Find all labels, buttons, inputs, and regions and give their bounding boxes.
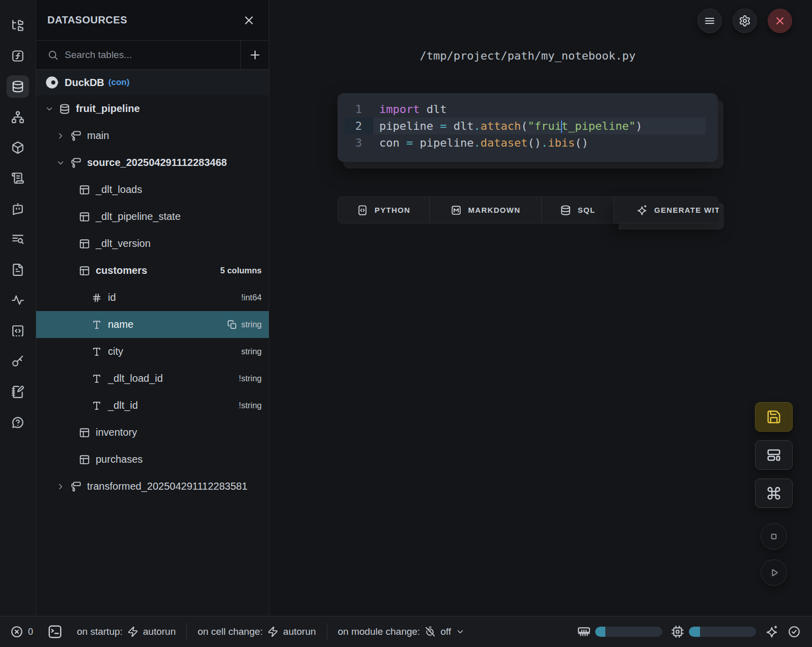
search-icon (47, 49, 59, 61)
save-icon (766, 409, 781, 425)
window-controls (697, 9, 792, 33)
tree-item-customers[interactable]: customers5 columns (36, 257, 269, 284)
chevron-down-icon (56, 158, 65, 167)
database-icon (11, 80, 24, 93)
code-line-3[interactable]: 3con = pipeline.dataset().ibis() (338, 134, 718, 151)
connection-ok-icon[interactable] (788, 625, 801, 638)
tree-item-meta: 5 columns (220, 266, 269, 275)
close-button[interactable] (768, 9, 792, 33)
command-palette-button[interactable] (755, 479, 793, 508)
close-icon[interactable] (242, 14, 256, 27)
cpu-meter (671, 625, 756, 638)
setting-on-startup[interactable]: on startup:autorun (77, 626, 176, 637)
connection-duckdb[interactable]: DuckDB (con) (36, 70, 269, 95)
function-square-icon (11, 49, 24, 63)
table-icon (79, 265, 90, 276)
type-t-icon (91, 373, 102, 384)
tree-item-label: _dlt_load_id (108, 373, 163, 384)
menu-button[interactable] (697, 9, 722, 33)
sidebar-item-file-tree[interactable] (7, 14, 29, 37)
search-row (36, 41, 269, 70)
tree-item-purchases[interactable]: purchases (36, 446, 269, 473)
meter-fill (689, 627, 700, 637)
datasources-panel: DATASOURCES DuckDB (con) fruit_pipelinem… (36, 0, 269, 616)
tree-item-fruit-pipeline[interactable]: fruit_pipeline (36, 95, 269, 122)
code-editor-cell[interactable]: 1import dlt2pipeline = dlt.attach("fruit… (338, 93, 718, 162)
add-sql-cell-button[interactable]: SQL (541, 196, 613, 223)
run-button[interactable] (761, 559, 787, 586)
generate-with-ai-button[interactable]: GENERATE WIT (613, 196, 719, 223)
tree-item-source-202504291112283468[interactable]: source_202504291112283468 (36, 149, 269, 176)
sidebar-item-code-snippet[interactable] (7, 320, 29, 342)
tree-item-name[interactable]: namestring (36, 311, 269, 338)
tree-item-label: inventory (96, 427, 137, 438)
sidebar-item-file-doc[interactable] (7, 259, 29, 281)
tree-item-label: fruit_pipeline (76, 103, 140, 115)
sidebar-item-box[interactable] (7, 136, 29, 159)
tree-item-label: source_202504291112283468 (87, 157, 227, 168)
chevron-down-icon (456, 627, 465, 636)
code-line-2[interactable]: 2pipeline = dlt.attach("fruit_pipeline") (338, 118, 718, 134)
stop-icon (767, 530, 780, 543)
sidebar-item-key[interactable] (7, 350, 29, 373)
tree-item-label: transformed_202504291112283581 (87, 481, 247, 492)
sidebar-item-notebook[interactable] (7, 381, 29, 403)
setting-on-module-change[interactable]: on module change:off (338, 626, 465, 637)
tree-item-label: customers (96, 265, 147, 276)
connection-label: DuckDB (65, 77, 104, 89)
runtime-settings: on startup:autorunon cell change:autorun… (77, 623, 465, 640)
key-icon (11, 355, 24, 368)
tree-item--dlt-load-id[interactable]: _dlt_load_id!string (36, 365, 269, 392)
sidebar-item-network[interactable] (7, 106, 29, 128)
tree-item-main[interactable]: main (36, 122, 269, 149)
search-input[interactable] (65, 49, 197, 61)
stop-button[interactable] (761, 523, 787, 550)
tree-item-label: name (108, 319, 133, 330)
tree-item--dlt-loads[interactable]: _dlt_loads (36, 176, 269, 203)
schema-icon (70, 130, 81, 142)
add-python-cell-button[interactable]: PYTHON (338, 196, 429, 223)
layout-button[interactable] (755, 440, 793, 470)
tree-item-id[interactable]: id!int64 (36, 284, 269, 311)
zap-icon (127, 626, 138, 637)
save-button[interactable] (755, 402, 793, 432)
sidebar-item-help[interactable] (7, 411, 29, 434)
sidebar-item-list-search[interactable] (7, 228, 29, 250)
tree-item-label: main (87, 130, 109, 142)
tree-item-type: string (241, 320, 262, 329)
add-cell-actions: PYTHONMARKDOWNSQLGENERATE WIT (338, 196, 719, 223)
tree-item--dlt-pipeline-state[interactable]: _dlt_pipeline_state (36, 203, 269, 230)
sidebar-item-activity[interactable] (7, 289, 29, 312)
setting-on-cell-change[interactable]: on cell change:autorun (198, 626, 316, 637)
error-indicator[interactable]: 0 (10, 625, 33, 638)
terminal-button[interactable] (47, 624, 63, 639)
code-line-1[interactable]: 1import dlt (338, 101, 718, 118)
sidebar-item-bot[interactable] (7, 198, 29, 220)
type-t-icon (91, 319, 102, 330)
sidebar-item-scroll[interactable] (7, 167, 29, 189)
copy-icon[interactable] (227, 320, 237, 330)
tree-item-label: city (108, 346, 123, 357)
tree-item-transformed-202504291112283581[interactable]: transformed_202504291112283581 (36, 473, 269, 500)
circle-x-icon (10, 625, 23, 638)
status-bar: 0 on startup:autorunon cell change:autor… (0, 616, 812, 647)
bot-icon (11, 202, 24, 215)
panel-header: DATASOURCES (36, 0, 269, 41)
close-icon (774, 15, 786, 27)
tree-item--dlt-id[interactable]: _dlt_id!string (36, 392, 269, 419)
add-datasource-button[interactable] (240, 41, 269, 69)
sidebar-item-function-square[interactable] (7, 45, 29, 67)
tree-item-meta: !string (239, 374, 269, 383)
sidebar-item-database[interactable] (7, 75, 29, 98)
sparkles-icon[interactable] (765, 625, 778, 638)
code-text: pipeline = dlt.attach("fruit_pipeline") (373, 118, 706, 134)
menu-icon (704, 15, 716, 27)
divider (186, 623, 187, 640)
add-markdown-cell-button[interactable]: MARKDOWN (429, 196, 541, 223)
settings-button[interactable] (733, 9, 757, 33)
tree-item-city[interactable]: citystring (36, 338, 269, 365)
search-box[interactable] (36, 41, 240, 69)
tree-item--dlt-version[interactable]: _dlt_version (36, 230, 269, 257)
tree-item-inventory[interactable]: inventory (36, 419, 269, 446)
command-icon (766, 486, 781, 501)
